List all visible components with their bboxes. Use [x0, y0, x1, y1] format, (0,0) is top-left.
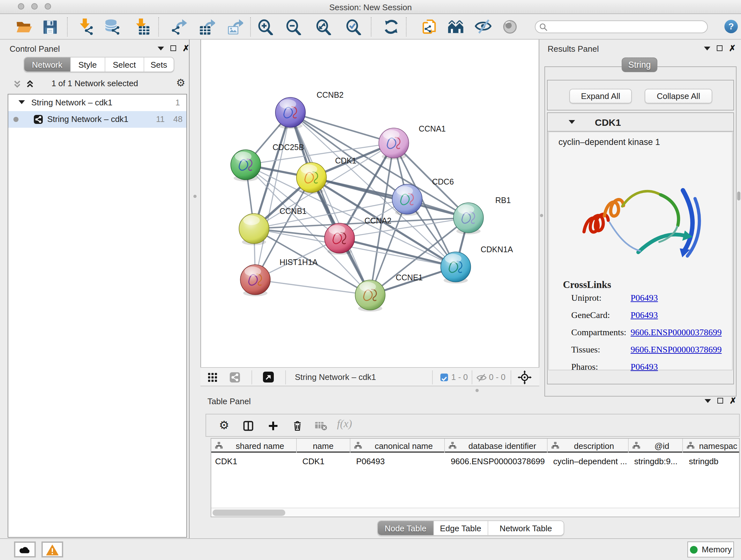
status-bar: Memory	[0, 538, 741, 560]
table-tabs: Node TableEdge TableNetwork Table	[377, 520, 564, 536]
network-row[interactable]: String Network – cdk1 11 48	[8, 111, 186, 128]
splitter-right[interactable]	[539, 40, 544, 395]
tab-select[interactable]: Select	[105, 57, 143, 72]
table-cell[interactable]: 9606.ENSP00000378699	[451, 456, 545, 466]
columns-icon[interactable]	[243, 420, 254, 434]
results-scrollbar[interactable]	[737, 192, 740, 200]
zoom-fit-icon[interactable]	[315, 18, 332, 35]
node-CCNA1[interactable]: CCNA1	[379, 124, 446, 160]
edge-CCNA1-CDC25B[interactable]	[246, 143, 394, 165]
table-cell[interactable]: CDK1	[302, 456, 324, 466]
import-network-file-icon[interactable]	[78, 18, 94, 35]
crosslink-value[interactable]: 9606.ENSP00000378699	[630, 345, 722, 355]
import-table-file-icon[interactable]	[134, 18, 150, 35]
node-HIST1H1A[interactable]: HIST1H1A	[240, 258, 318, 296]
results-tab-string[interactable]: String	[622, 57, 657, 72]
crosslink-value[interactable]: P06493	[630, 293, 658, 303]
column-header-@id[interactable]: @id	[628, 439, 683, 453]
column-header-databaseidentifier[interactable]: database identifier	[444, 439, 547, 453]
memory-button[interactable]: Memory	[687, 542, 734, 557]
save-session-icon[interactable]	[42, 18, 58, 35]
table-cell[interactable]: stringdb	[689, 456, 719, 466]
hidden-eye-icon[interactable]	[476, 373, 487, 384]
function-builder-icon[interactable]: f(x)	[337, 418, 352, 430]
table-panel-menu-icon[interactable]	[704, 399, 711, 402]
column-header-canonicalname[interactable]: canonical name	[350, 439, 444, 453]
open-session-icon[interactable]	[15, 18, 31, 35]
edge-HIST1H1A-CCNE1[interactable]	[255, 280, 370, 295]
delete-icon[interactable]	[292, 420, 303, 434]
help-button[interactable]: ?	[724, 20, 738, 33]
cloud-status-button[interactable]	[14, 542, 36, 557]
results-panel-menu-icon[interactable]	[704, 46, 711, 50]
network-collection-row[interactable]: String Network – cdk1 1	[8, 95, 186, 111]
node-RB1[interactable]: RB1	[454, 196, 511, 234]
hide-selected-icon[interactable]	[475, 18, 491, 35]
splitter-bottom[interactable]	[200, 386, 539, 395]
node-CCNE1[interactable]: CCNE1	[355, 273, 423, 312]
crosslink-value[interactable]: P06493	[630, 362, 658, 372]
network-options-gear-icon[interactable]: ⚙	[176, 78, 185, 88]
table-cell[interactable]: cyclin–dependent ...	[553, 456, 627, 466]
table-cell[interactable]: P06493	[356, 456, 385, 466]
crosslink-value[interactable]: P06493	[630, 310, 658, 320]
protein-structure-image	[565, 155, 718, 279]
table-header-row: shared name name canonical name database…	[211, 439, 739, 453]
network-selection-status: 1 of 1 Network selected	[1, 78, 188, 88]
export-table-icon[interactable]	[199, 18, 215, 35]
splitter-left[interactable]	[189, 40, 200, 538]
fit-content-icon[interactable]	[518, 370, 532, 387]
node-CDKN1A[interactable]: CDKN1A	[441, 245, 513, 284]
control-panel-menu-icon[interactable]	[158, 46, 164, 50]
network-share-icon[interactable]	[230, 372, 240, 385]
table-panel-close-icon[interactable]: ✗	[730, 398, 737, 403]
tab-network[interactable]: Network	[24, 57, 70, 72]
export-network-icon[interactable]	[171, 18, 187, 35]
crosslink-value[interactable]: 9606.ENSP00000378699	[630, 327, 722, 338]
add-icon[interactable]	[267, 420, 279, 434]
zoom-in-icon[interactable]	[257, 18, 274, 35]
refresh-view-icon[interactable]	[383, 18, 400, 35]
expand-all-button[interactable]: Expand All	[569, 89, 632, 104]
delete-table-icon[interactable]	[315, 421, 327, 434]
table-cell[interactable]: stringdb:9...	[634, 456, 677, 466]
column-header-sharedname[interactable]: shared name	[211, 439, 296, 453]
tab-sets[interactable]: Sets	[144, 57, 174, 72]
network-canvas[interactable]: CCNB2 CCNA1 CDC25B CDK1 CDC6 RB1 CCNB1 C…	[200, 40, 539, 367]
selected-nodes-checkbox[interactable]	[441, 374, 448, 381]
results-panel-float-icon[interactable]	[717, 45, 723, 51]
birds-eye-view-icon[interactable]	[263, 372, 274, 385]
table-panel-float-icon[interactable]	[718, 398, 723, 403]
warning-status-button[interactable]	[42, 542, 63, 557]
crosslink-label: Tissues:	[571, 345, 600, 355]
tab-node-table[interactable]: Node Table	[378, 521, 433, 536]
show-hidden-icon[interactable]	[502, 18, 518, 35]
table-settings-icon[interactable]: ⚙	[219, 420, 229, 430]
table-hscrollbar-thumb[interactable]	[212, 509, 285, 516]
node-table[interactable]: shared name name canonical name database…	[211, 438, 740, 517]
results-panel-close-icon[interactable]: ✗	[729, 45, 736, 51]
tab-style[interactable]: Style	[70, 57, 105, 72]
column-header-description[interactable]: description	[547, 439, 628, 453]
first-neighbors-icon[interactable]	[448, 18, 464, 35]
search-input[interactable]	[535, 20, 708, 33]
collapse-all-button[interactable]: Collapse All	[645, 89, 712, 104]
control-panel-float-icon[interactable]	[171, 45, 176, 51]
zoom-out-icon[interactable]	[285, 18, 302, 35]
control-panel-close-icon[interactable]: ✗	[183, 45, 190, 51]
edge-CCNB2-CCNA1[interactable]	[290, 112, 394, 143]
table-hscrollbar[interactable]	[211, 508, 739, 516]
zoom-selected-icon[interactable]	[345, 18, 362, 35]
export-image-icon[interactable]	[226, 18, 243, 35]
cdk1-collapse-icon[interactable]	[569, 120, 575, 124]
grid-view-icon[interactable]	[208, 373, 217, 384]
table-row[interactable]: CDK1CDK1P064939606.ENSP00000378699cyclin…	[211, 454, 739, 468]
duplicate-network-icon[interactable]	[421, 18, 438, 35]
tab-edge-table[interactable]: Edge Table	[433, 521, 487, 536]
column-header-namespac[interactable]: namespac	[683, 439, 740, 453]
tree-expander-icon[interactable]	[18, 100, 25, 104]
import-network-database-icon[interactable]	[104, 18, 120, 35]
table-cell[interactable]: CDK1	[215, 456, 237, 466]
column-header-name[interactable]: name	[296, 439, 350, 453]
tab-network-table[interactable]: Network Table	[487, 521, 563, 536]
